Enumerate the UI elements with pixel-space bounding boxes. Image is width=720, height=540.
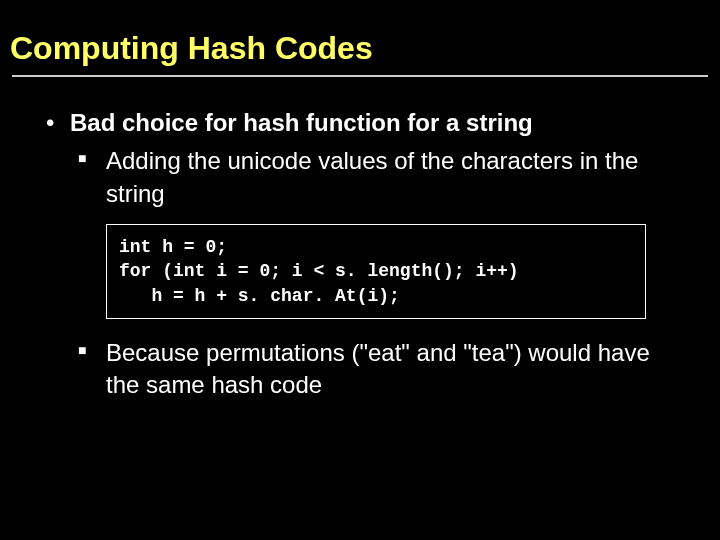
bullet-level-2: Because permutations ("eat" and "tea") w… bbox=[40, 337, 680, 402]
code-block: int h = 0; for (int i = 0; i < s. length… bbox=[106, 224, 646, 319]
bullet-level-1: Bad choice for hash function for a strin… bbox=[40, 107, 680, 139]
bullet-level-2: Adding the unicode values of the charact… bbox=[40, 145, 680, 210]
slide: Computing Hash Codes Bad choice for hash… bbox=[0, 0, 720, 540]
slide-content: Bad choice for hash function for a strin… bbox=[0, 77, 720, 402]
slide-title: Computing Hash Codes bbox=[0, 0, 720, 75]
